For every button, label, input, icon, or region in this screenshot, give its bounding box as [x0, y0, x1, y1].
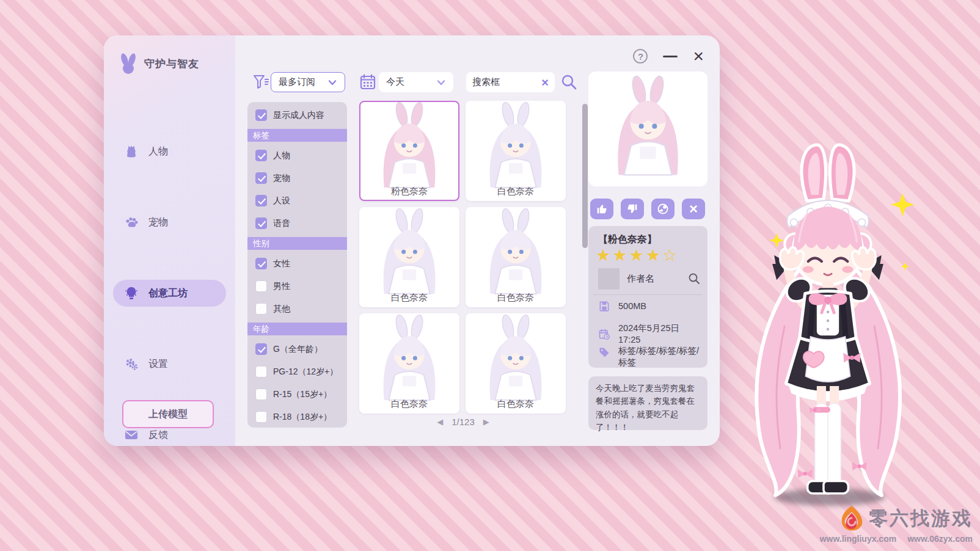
- divider: [593, 294, 703, 295]
- like-button[interactable]: [590, 199, 613, 219]
- model-card[interactable]: 白色奈奈: [466, 101, 566, 201]
- sidebar: 守护与智友 人物 宠物: [104, 35, 235, 446]
- checkbox-label: R-18（18岁+）: [273, 412, 332, 423]
- model-card[interactable]: 粉色奈奈: [359, 101, 459, 201]
- checkbox-label: 人物: [273, 150, 290, 161]
- sparkle-icon: [769, 193, 914, 271]
- star-filled-icon: ★: [612, 246, 629, 265]
- watermark-url: www.lingliuyx.com: [820, 534, 897, 544]
- author-avatar: [598, 268, 620, 290]
- model-preview-image: [604, 75, 692, 183]
- steam-button[interactable]: [651, 199, 675, 219]
- filter-tag-character[interactable]: 人物: [247, 144, 347, 167]
- desktop-background: 守护与智友 人物 宠物: [0, 0, 980, 551]
- sidebar-item-workshop[interactable]: 创意工坊: [113, 280, 226, 307]
- file-size-row: 500MB: [598, 300, 701, 312]
- model-card-label: 白色奈奈: [359, 398, 459, 410]
- model-card[interactable]: 白色奈奈: [466, 313, 566, 414]
- close-button[interactable]: ×: [693, 49, 704, 63]
- checkbox[interactable]: [255, 109, 267, 121]
- model-card[interactable]: 白色奈奈: [359, 313, 459, 414]
- checkbox[interactable]: [255, 366, 267, 378]
- model-thumbnail: [367, 315, 452, 406]
- steam-icon: [656, 202, 670, 216]
- checkbox[interactable]: [255, 343, 267, 355]
- checkbox[interactable]: [255, 172, 267, 184]
- grid-scrollbar[interactable]: [582, 104, 588, 248]
- filter-age-r15[interactable]: R-15（15岁+）: [247, 383, 347, 406]
- filter-tag-persona[interactable]: 人设: [247, 189, 347, 212]
- checkbox-label: 男性: [273, 281, 290, 292]
- model-card[interactable]: 白色奈奈: [359, 207, 459, 307]
- app-window: 守护与智友 人物 宠物: [104, 35, 720, 446]
- upload-model-label: 上传模型: [148, 408, 188, 421]
- clear-search-icon[interactable]: ×: [541, 76, 549, 89]
- filter-age-g[interactable]: G（全年龄）: [247, 338, 347, 360]
- checkbox-label: 其他: [273, 304, 290, 315]
- filter-panel: 显示成人内容 标签 人物 宠物 人设 语音 性别 女性: [247, 102, 347, 428]
- filter-funnel-icon: [252, 73, 269, 90]
- checkbox[interactable]: [255, 150, 267, 161]
- sidebar-item-settings[interactable]: 设置: [113, 351, 226, 378]
- prev-page-button[interactable]: ◀: [437, 417, 443, 426]
- filter-gender-female[interactable]: 女性: [247, 252, 347, 275]
- checkbox-label: PG-12（12岁+）: [273, 367, 338, 378]
- sidebar-item-pets[interactable]: 宠物: [113, 209, 226, 236]
- checkbox[interactable]: [255, 280, 267, 292]
- minimize-button[interactable]: [662, 49, 678, 63]
- rating-stars[interactable]: ★★★★☆: [596, 246, 679, 265]
- filter-age-pg12[interactable]: PG-12（12岁+）: [247, 360, 347, 383]
- sidebar-item-characters[interactable]: 人物: [113, 138, 226, 165]
- help-button[interactable]: ?: [633, 49, 648, 64]
- mail-icon: [124, 428, 139, 442]
- checkbox-label: 宠物: [273, 173, 290, 184]
- filter-show-adult[interactable]: 显示成人内容: [247, 104, 347, 126]
- pagination: ◀ 1/123 ▶: [359, 417, 567, 427]
- mascot-character-art: [726, 140, 930, 511]
- filter-tag-voice[interactable]: 语音: [247, 212, 347, 235]
- search-icon[interactable]: [560, 73, 577, 90]
- checkbox[interactable]: [255, 389, 267, 400]
- filter-gender-male[interactable]: 男性: [247, 275, 347, 297]
- checkbox[interactable]: [255, 303, 267, 315]
- search-input[interactable]: [472, 77, 536, 87]
- chevron-down-icon: [436, 78, 446, 87]
- checkbox[interactable]: [255, 195, 267, 206]
- checkbox[interactable]: [255, 411, 267, 423]
- tags-row: 标签/标签/标签/标签/标签: [598, 345, 701, 368]
- tags-value: 标签/标签/标签/标签/标签: [618, 345, 701, 368]
- help-icon: ?: [638, 51, 643, 62]
- filter-tag-pet[interactable]: 宠物: [247, 167, 347, 189]
- next-page-button[interactable]: ▶: [483, 417, 489, 426]
- search-box: ×: [466, 72, 555, 92]
- star-filled-icon: ★: [646, 246, 662, 265]
- filter-section-age: 年龄: [247, 323, 347, 335]
- star-filled-icon: ★: [629, 246, 645, 265]
- model-thumbnail: [473, 315, 558, 406]
- model-card-label: 白色奈奈: [359, 292, 459, 304]
- page-indicator: 1/123: [452, 417, 475, 427]
- window-controls: ? ×: [633, 49, 704, 64]
- bunny-logo-icon: [119, 53, 138, 75]
- filter-section-gender: 性别: [247, 237, 347, 250]
- checkbox[interactable]: [255, 258, 267, 269]
- model-description-box[interactable]: 今天晚上吃了麦当劳穷鬼套餐和摇摇薯条，穷鬼套餐在涨价的话，就要吃不起了！！！: [588, 376, 708, 430]
- date-dropdown[interactable]: 今天: [379, 72, 453, 92]
- model-thumbnail: [473, 208, 558, 300]
- model-card-label: 白色奈奈: [466, 292, 566, 304]
- remove-button[interactable]: ×: [682, 199, 705, 219]
- model-info-panel: 【粉色奈奈】 ★★★★☆ 作者名 500MB: [588, 226, 708, 368]
- filter-age-r18[interactable]: R-18（18岁+）: [247, 406, 347, 428]
- model-card[interactable]: 白色奈奈: [466, 207, 566, 307]
- checkbox[interactable]: [255, 217, 267, 229]
- dislike-button[interactable]: [621, 199, 644, 219]
- sort-dropdown[interactable]: 最多订阅: [271, 72, 345, 92]
- minimize-icon: [663, 56, 678, 57]
- author-search-icon[interactable]: [688, 272, 700, 285]
- upload-model-button[interactable]: 上传模型: [122, 400, 214, 428]
- update-date-row: 2024年5月25日 17:25: [598, 323, 701, 346]
- checkbox-label: 语音: [273, 218, 290, 229]
- model-thumbnail: [473, 102, 558, 194]
- filter-gender-other[interactable]: 其他: [247, 297, 347, 320]
- model-title: 【粉色奈奈】: [598, 233, 657, 246]
